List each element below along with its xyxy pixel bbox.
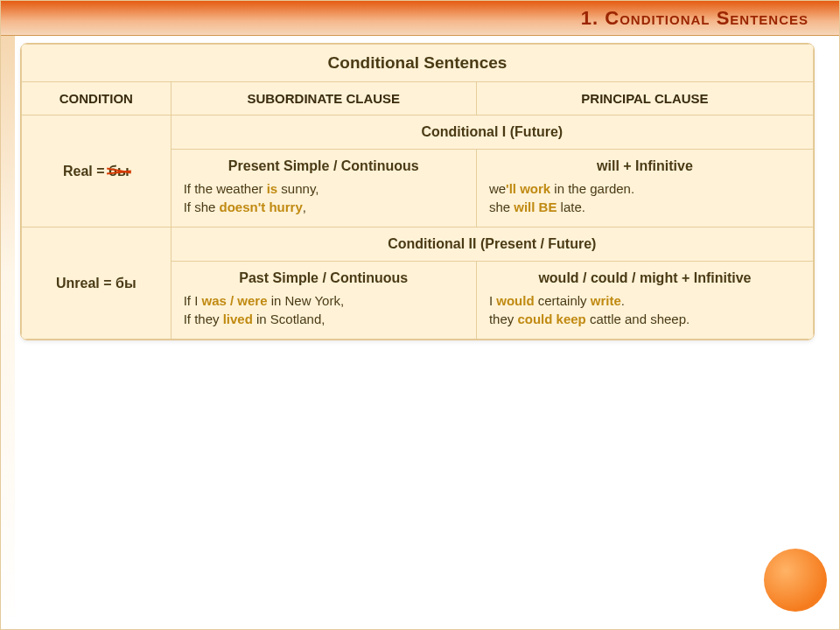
real-label-cell: Real = бы xyxy=(22,116,172,228)
cond1-title: Conditional I (Future) xyxy=(171,116,813,150)
table-title-row: Conditional Sentences xyxy=(22,45,814,82)
table-column-headers: CONDITION SUBORDINATE CLAUSE PRINCIPAL C… xyxy=(22,82,814,116)
unreal-label-cell: Unreal = бы xyxy=(22,228,172,340)
col-principal: PRINCIPAL CLAUSE xyxy=(476,82,813,116)
struck-word: бы xyxy=(108,164,130,179)
cond2-title: Conditional II (Present / Future) xyxy=(171,228,813,262)
table-main-title: Conditional Sentences xyxy=(22,45,814,82)
cond1-subordinate-cell: Present Simple / Continuous If the weath… xyxy=(171,150,476,228)
decorative-circle xyxy=(764,549,827,612)
table-wrapper: Conditional Sentences CONDITION SUBORDIN… xyxy=(20,43,815,340)
col-condition: CONDITION xyxy=(22,82,172,116)
cond1-principal-cell: will + Infinitive we'll work in the gard… xyxy=(476,150,813,228)
slide-title: 1. Conditional Sentences xyxy=(581,7,808,30)
left-edge-decoration xyxy=(1,36,15,629)
cond1-prin-line1: we'll work in the garden. xyxy=(489,181,801,196)
cond1-sub-left-header: Present Simple / Continuous xyxy=(184,158,464,174)
conditional-table: Conditional Sentences CONDITION SUBORDIN… xyxy=(21,44,814,340)
cond2-prin-line1: I would certainly write. xyxy=(489,293,801,308)
cond2-subordinate-cell: Past Simple / Continuous If I was / were… xyxy=(171,262,476,340)
cond2-principal-cell: would / could / might + Infinitive I wou… xyxy=(476,262,813,340)
cond2-section-row: Unreal = бы Conditional II (Present / Fu… xyxy=(22,228,814,262)
real-label-prefix: Real = xyxy=(63,164,108,178)
cond1-sub-right-header: will + Infinitive xyxy=(489,158,801,174)
slide-stage: 1. Conditional Sentences Conditional Sen… xyxy=(0,0,840,630)
cond1-prin-line2: she will BE late. xyxy=(489,200,801,214)
cond2-sub-right-header: would / could / might + Infinitive xyxy=(489,270,801,286)
cond1-section-row: Real = бы Conditional I (Future) xyxy=(22,116,814,150)
cond2-sub-line1: If I was / were in New York, xyxy=(184,293,464,308)
cond2-sub-left-header: Past Simple / Continuous xyxy=(184,270,464,286)
cond1-sub-line1: If the weather is sunny, xyxy=(184,181,464,196)
cond2-sub-line2: If they lived in Scotland, xyxy=(184,312,464,326)
cond2-prin-line2: they could keep cattle and sheep. xyxy=(489,312,801,326)
cond1-sub-line2: If she doesn't hurry, xyxy=(184,200,464,214)
slide-title-bar: 1. Conditional Sentences xyxy=(1,1,839,36)
col-subordinate: SUBORDINATE CLAUSE xyxy=(171,82,476,116)
